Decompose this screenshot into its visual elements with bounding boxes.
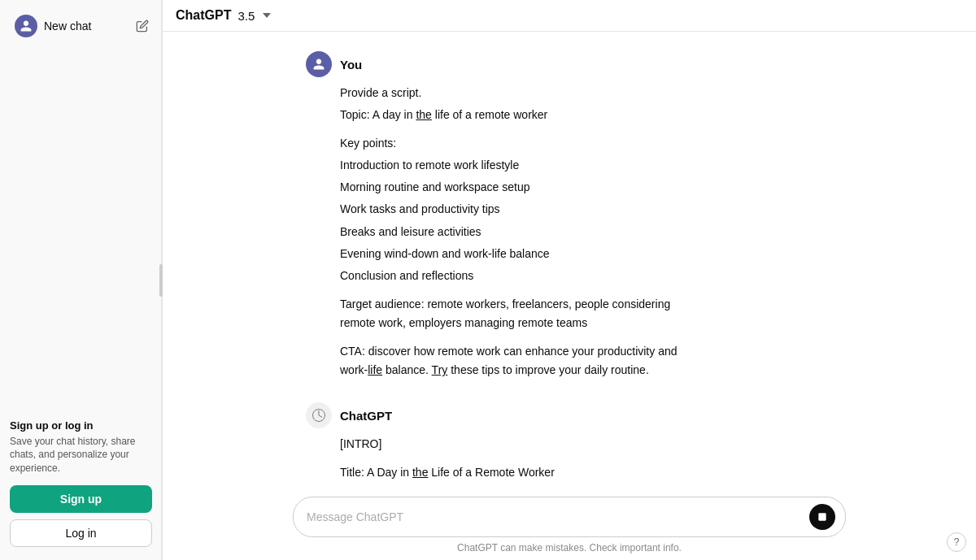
bot-msg-intro: [INTRO] xyxy=(340,435,833,454)
user-msg-line-5: Morning routine and workspace setup xyxy=(340,178,833,197)
svg-rect-0 xyxy=(818,513,826,520)
send-button[interactable] xyxy=(809,504,835,530)
message-input-row xyxy=(293,497,846,537)
signup-button[interactable]: Sign up xyxy=(10,485,152,513)
bot-message-block: ChatGPT [INTRO] Title: A Day in the Life… xyxy=(306,402,833,490)
user-avatar-icon xyxy=(15,15,37,37)
user-avatar xyxy=(306,51,332,77)
bot-sender-name: ChatGPT xyxy=(340,409,392,423)
user-msg-line-1: Provide a script. xyxy=(340,84,833,102)
user-msg-line-8: Evening wind-down and work-life balance xyxy=(340,245,833,263)
sidebar-resize-handle[interactable] xyxy=(161,0,162,560)
bot-message-header: ChatGPT xyxy=(306,402,833,428)
chat-area: You Provide a script. Topic: A day in th… xyxy=(163,32,976,490)
help-button[interactable]: ? xyxy=(947,532,966,552)
user-msg-line-4: Introduction to remote work lifestyle xyxy=(340,156,833,175)
user-msg-line-3: Key points: xyxy=(340,134,833,153)
user-message-body: Provide a script. Topic: A day in the li… xyxy=(306,84,833,380)
user-msg-line-11: CTA: discover how remote work can enhanc… xyxy=(340,342,833,380)
edit-chat-button[interactable] xyxy=(133,16,152,36)
message-input[interactable] xyxy=(307,510,803,523)
sidebar: New chat Sign up or log in Save your cha… xyxy=(0,0,163,560)
new-chat-button[interactable]: New chat xyxy=(10,11,133,41)
chat-content: You Provide a script. Topic: A day in th… xyxy=(293,51,846,490)
user-msg-line-9: Conclusion and reflections xyxy=(340,267,833,285)
input-area: ChatGPT can make mistakes. Check importa… xyxy=(163,490,976,560)
bot-message-body: [INTRO] Title: A Day in the Life of a Re… xyxy=(306,435,833,490)
user-msg-line-10: Target audience: remote workers, freelan… xyxy=(340,295,833,332)
user-msg-line-7: Breaks and leisure activities xyxy=(340,223,833,241)
header: ChatGPT 3.5 xyxy=(163,0,976,32)
main-panel: ChatGPT 3.5 You Provide a script. Topic:… xyxy=(163,0,976,560)
signup-description: Save your chat history, share chats, and… xyxy=(10,435,152,475)
model-selector-chevron[interactable] xyxy=(263,13,271,18)
user-message-block: You Provide a script. Topic: A day in th… xyxy=(306,51,833,380)
sidebar-bottom: Sign up or log in Save your chat history… xyxy=(7,413,155,553)
user-message-header: You xyxy=(306,51,833,77)
user-msg-line-6: Work tasks and productivity tips xyxy=(340,200,833,219)
signup-title: Sign up or log in xyxy=(10,419,152,432)
login-button[interactable]: Log in xyxy=(10,519,152,547)
app-name: ChatGPT xyxy=(176,8,231,23)
gpt-avatar xyxy=(306,402,332,428)
model-version: 3.5 xyxy=(237,9,255,23)
sidebar-top: New chat xyxy=(7,7,155,46)
user-msg-line-2: Topic: A day in the life of a remote wor… xyxy=(340,106,833,124)
disclaimer-text: ChatGPT can make mistakes. Check importa… xyxy=(457,542,682,553)
user-sender-name: You xyxy=(340,58,362,72)
bot-msg-title: Title: A Day in the Life of a Remote Wor… xyxy=(340,463,833,482)
new-chat-label: New chat xyxy=(44,20,91,33)
